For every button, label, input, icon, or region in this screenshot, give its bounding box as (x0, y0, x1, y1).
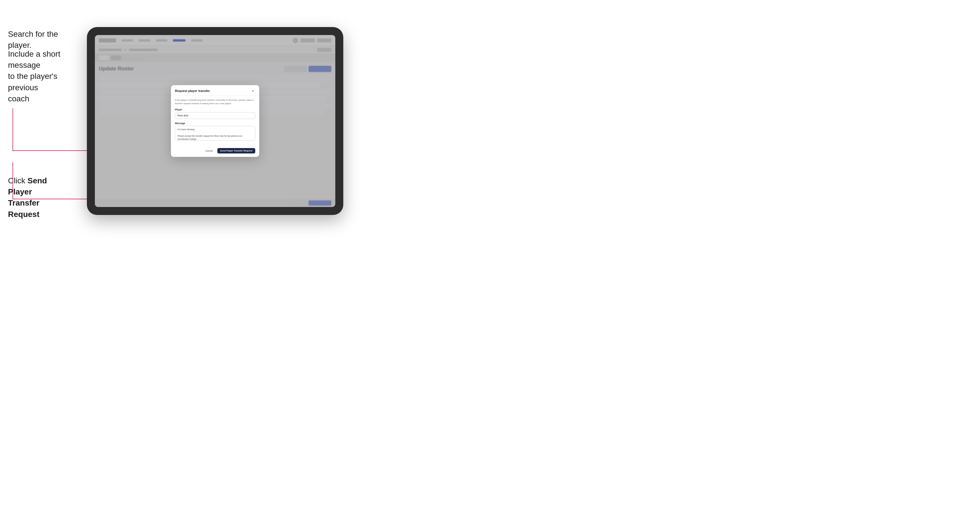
modal-footer: Cancel Send Player Transfer Request (171, 148, 259, 157)
cancel-button[interactable]: Cancel (203, 148, 215, 154)
message-annotation: Include a short message to the player's … (8, 48, 82, 104)
arrow-line-vertical-1 (13, 108, 13, 151)
click-annotation: Click Send PlayerTransfer Request (8, 175, 71, 220)
modal-close-button[interactable]: × (251, 89, 255, 93)
modal-description: If the player is transferring from anoth… (175, 98, 255, 105)
modal-body: If the player is transferring from anoth… (171, 96, 259, 148)
modal-header: Request player transfer × (171, 85, 259, 96)
search-annotation: Search for the player. (8, 29, 83, 51)
annotation-area: Search for the player. Include a short m… (0, 0, 83, 527)
player-input[interactable] (175, 112, 255, 119)
tablet-screen: Update Roster (95, 35, 335, 207)
modal-dialog: Request player transfer × If the player … (171, 85, 259, 157)
modal-title: Request player transfer (175, 89, 210, 92)
message-field-label: Message (175, 122, 255, 125)
message-textarea[interactable] (175, 126, 255, 141)
modal-overlay: Request player transfer × If the player … (95, 35, 335, 207)
tablet-wrapper: Update Roster (87, 27, 343, 215)
player-field-label: Player (175, 108, 255, 111)
arrow-line-vertical-2 (13, 162, 13, 199)
send-transfer-request-button[interactable]: Send Player Transfer Request (217, 148, 255, 154)
tablet-device: Update Roster (87, 27, 343, 215)
